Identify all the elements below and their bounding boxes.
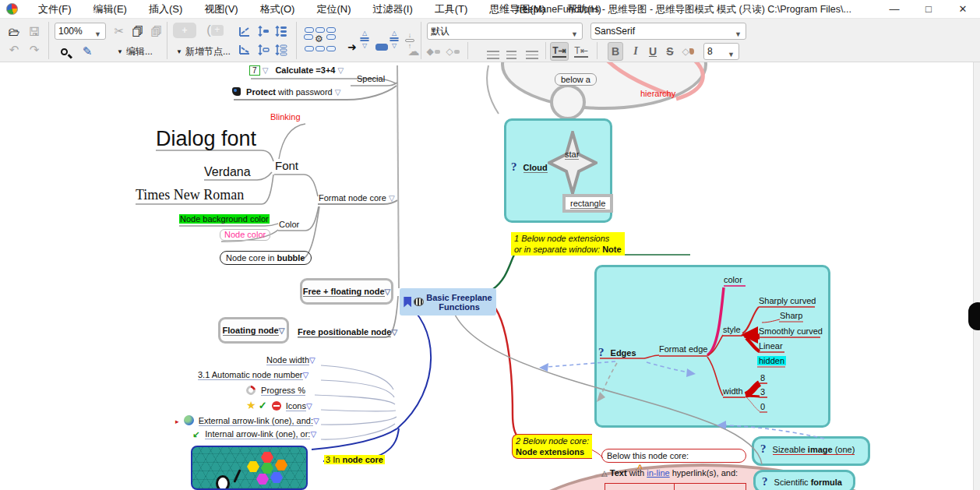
fold-triangle-icon[interactable]: ▽	[313, 417, 319, 425]
menu-format[interactable]: 格式(O)	[249, 0, 306, 19]
node-floating[interactable]: Floating node▽	[218, 317, 289, 344]
label-hierarchy[interactable]: hierarchy	[640, 89, 675, 98]
fold-triangle-icon[interactable]: ▽	[279, 326, 285, 335]
menu-view[interactable]: 视图(V)	[193, 0, 249, 19]
new-node-dropdown[interactable]: ▼新增节点...	[170, 42, 237, 61]
node-external-link[interactable]: ▸ External arrow-link (one), and:▽	[175, 414, 319, 425]
node-edge-color[interactable]: color	[724, 275, 742, 284]
node-font[interactable]: Font	[275, 159, 298, 172]
node-auto-number[interactable]: 3.1 Automatic node number▽	[198, 370, 308, 379]
new-child-node-icon[interactable]: +	[173, 23, 196, 38]
rectangle-shape-node[interactable]: rectangle	[562, 194, 613, 213]
menu-edit[interactable]: 编辑(E)	[83, 0, 138, 19]
save-icon[interactable]: 🖫	[25, 22, 44, 41]
node-color[interactable]: Node color	[220, 229, 270, 241]
open-file-icon[interactable]: 🗁	[5, 22, 23, 41]
cloud-style-icon[interactable]: ☁	[405, 42, 422, 61]
maximize-button[interactable]: □	[911, 0, 946, 19]
align-right-icon[interactable]	[526, 45, 538, 64]
node-format-edge[interactable]: Format edge	[659, 344, 707, 354]
align-center-icon[interactable]	[506, 45, 516, 64]
note-annotation[interactable]: 1 Below node extensions or in separate w…	[511, 232, 625, 256]
node-blinking[interactable]: Blinking	[270, 112, 301, 122]
node-sizeable-image[interactable]: ? Sizeable image (one)	[760, 442, 855, 456]
italic-button[interactable]: I	[628, 42, 643, 61]
undo-icon[interactable]: ↶	[5, 41, 23, 59]
node-smoothly-curved[interactable]: Smoothly curved	[759, 326, 823, 336]
root-node-basic-freeplane-functions[interactable]: Basic FreeplaneFunctions	[400, 288, 496, 316]
fold-triangle-icon[interactable]: ▽	[306, 402, 312, 411]
node-color-group[interactable]: Color	[279, 220, 299, 229]
node-internal-link[interactable]: ↙ Internal arrow-link (one), or:▽	[192, 429, 316, 439]
node-width-item[interactable]: Node width▽	[266, 355, 316, 365]
fold-triangle-icon[interactable]: ▽	[385, 287, 391, 296]
fold-triangle-icon[interactable]: ▽	[338, 66, 344, 75]
node-down-icon[interactable]	[257, 41, 270, 59]
node-verdana[interactable]: Verdana	[204, 165, 251, 179]
fold-triangle-icon[interactable]: ▽	[391, 328, 397, 337]
node-text-hyperlink[interactable]: △ Text with in-line hyperlink(s), and:	[601, 468, 738, 478]
fold-triangle-icon[interactable]: ▽	[335, 88, 341, 97]
edit-dropdown[interactable]: ▼编辑...	[109, 42, 160, 61]
fold-triangle-icon[interactable]: ▽	[389, 194, 395, 203]
text-direction-ltr-icon[interactable]: T⇥	[550, 42, 569, 61]
node-width-8[interactable]: 8	[760, 373, 765, 382]
node-width-3[interactable]: 3	[760, 387, 765, 397]
node-width-0[interactable]: 0	[760, 402, 765, 411]
node-free-positionable[interactable]: Free positionable node▽	[298, 327, 397, 337]
vertical-scrollbar[interactable]	[973, 62, 980, 490]
menu-tools[interactable]: 工具(T)	[424, 0, 479, 19]
text-direction-rtl-icon[interactable]: T⇤	[572, 42, 590, 61]
node-progress[interactable]: Progress %	[246, 384, 305, 395]
fold-one-level-icon[interactable]: △▽	[390, 30, 399, 48]
node-free-floating[interactable]: Free + floating node▽	[300, 278, 393, 305]
node-sharp[interactable]: Sharp	[780, 311, 802, 320]
font-family-select[interactable]: SansSerif▼	[590, 23, 746, 40]
node-core-in-bubble[interactable]: Node core in bubble	[220, 251, 312, 265]
inline-hyperlink[interactable]: in-line	[647, 468, 669, 478]
node-edge-width[interactable]: width	[723, 386, 743, 396]
search-icon[interactable]	[55, 42, 73, 61]
menu-filter[interactable]: 过滤器(I)	[361, 0, 423, 19]
bold-button[interactable]: B	[608, 42, 623, 61]
node-hidden[interactable]: hidden	[757, 356, 786, 365]
node-background-color[interactable]: Node background color	[179, 214, 270, 224]
menu-navigate[interactable]: 定位(N)	[305, 0, 361, 19]
node-in-core[interactable]: 3 In node core	[324, 455, 385, 464]
fold-triangle-icon[interactable]: ▽	[303, 371, 309, 379]
node-below-this-core[interactable]: Below this node core:	[601, 449, 746, 463]
indent-list-icon[interactable]	[274, 41, 288, 59]
node-sharply-curved[interactable]: Sharply curved	[759, 296, 816, 305]
minimize-button[interactable]: —	[877, 0, 911, 19]
zoom-select[interactable]: 100%▼	[55, 23, 106, 40]
outdent-list-icon[interactable]	[274, 22, 288, 41]
mindmap-canvas[interactable]: ^	[0, 62, 980, 490]
paste-icon[interactable]: 🗐	[148, 22, 165, 41]
node-format-node-core[interactable]: Format node core ▽	[319, 193, 395, 203]
layout-options-icon[interactable]: ⚙	[304, 30, 336, 48]
underline-button[interactable]: U	[645, 42, 661, 61]
style-select[interactable]: 默认▼	[427, 23, 583, 40]
fold-triangle-icon[interactable]: ▽	[310, 430, 316, 439]
node-extensions-label[interactable]: 2 Below node core:Node extensions	[512, 434, 592, 459]
node-edges[interactable]: ? Edges	[598, 346, 636, 359]
edit-pencil-icon[interactable]: ✎	[78, 42, 97, 61]
font-size-select[interactable]: 8▼	[703, 43, 739, 60]
new-sibling-node-icon[interactable]: (+	[201, 23, 229, 38]
fold-triangle-icon[interactable]: ▽	[263, 66, 269, 75]
copy-icon[interactable]: 🗍	[129, 22, 146, 41]
node-dialog-font[interactable]: Dialog font	[156, 127, 256, 151]
node-linear[interactable]: Linear	[759, 341, 783, 351]
close-button[interactable]: ✕	[946, 0, 980, 19]
sort-descending-icon[interactable]	[238, 41, 252, 59]
strikethrough-button[interactable]: S	[662, 42, 678, 61]
fold-triangle-icon[interactable]: ▽	[309, 356, 316, 365]
copy-format-icon[interactable]: ◆	[425, 42, 442, 61]
menu-insert[interactable]: 插入(S)	[138, 0, 193, 19]
cut-icon[interactable]: ✂	[111, 22, 128, 41]
redo-icon[interactable]: ↷	[25, 41, 44, 59]
node-edge-style[interactable]: style	[723, 325, 741, 334]
bee-image-node[interactable]	[191, 446, 308, 490]
node-special[interactable]: Special	[357, 74, 385, 83]
node-scientific-formula[interactable]: ? Scientific formula	[762, 475, 842, 488]
